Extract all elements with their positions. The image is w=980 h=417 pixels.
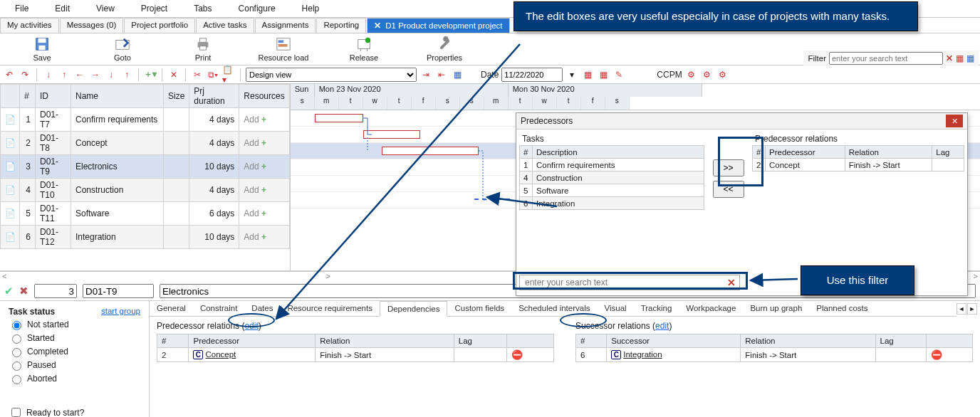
col-index[interactable]: # (20, 85, 36, 108)
arrow-down-icon[interactable]: ↓ (42, 68, 55, 81)
dialog-close-button[interactable]: ✕ (946, 115, 963, 127)
menu-project[interactable]: Project (137, 2, 172, 15)
menu-help[interactable]: Help (298, 2, 324, 15)
date-picker-icon[interactable]: ▾ (565, 68, 578, 81)
menu-tabs[interactable]: Tabs (189, 2, 216, 15)
tab-reporting[interactable]: Reporting (316, 18, 366, 33)
view-opt2-icon[interactable]: ⇤ (435, 68, 448, 81)
undo-icon[interactable]: ↶ (3, 68, 16, 81)
tab-active-tasks[interactable]: Active tasks (196, 18, 254, 33)
close-icon[interactable]: ✕ (374, 21, 381, 31)
add-relation-button[interactable]: >> (713, 159, 744, 176)
reject-icon[interactable]: ✖ (19, 285, 28, 297)
col-resources[interactable]: Resources (239, 85, 289, 108)
task-row-selected[interactable]: 📄 3D01-T9Electronics10 daysAdd + (1, 155, 290, 179)
cut-icon[interactable]: ✂ (191, 68, 204, 81)
remove-relation-button[interactable]: << (713, 181, 744, 198)
task-list-item[interactable]: 1Confirm requirements (520, 159, 704, 171)
add-icon[interactable]: ＋▾ (144, 68, 157, 81)
ccpm-opt2-icon[interactable]: ⚙ (701, 68, 714, 81)
save-button[interactable]: Save (14, 36, 70, 62)
cal1-icon[interactable]: ▦ (581, 68, 594, 81)
task-list-item[interactable]: 4Construction (520, 171, 704, 184)
ccpm-opt1-icon[interactable]: ⚙ (685, 68, 698, 81)
pred-row[interactable]: 2 CConcept Finish -> Start ⛔ (157, 348, 554, 362)
dialog-search-clear-icon[interactable]: ✕ (727, 277, 736, 288)
tab-my-activities[interactable]: My activities (0, 18, 59, 33)
task-row[interactable]: 📄 4D01-T10Construction4 daysAdd + (1, 179, 290, 202)
task-row[interactable]: 📄 6D01-T12Integration10 daysAdd + (1, 226, 290, 249)
view-select[interactable]: Design view (246, 68, 417, 82)
status-not-started[interactable]: Not started (9, 319, 140, 330)
arrow-down2-icon[interactable]: ↓ (105, 68, 118, 81)
succ-edit-link[interactable]: edit (655, 321, 669, 331)
tab-resreq[interactable]: Resource requirements (280, 301, 380, 316)
paste-icon[interactable]: 📋▾ (222, 68, 235, 81)
view-opt3-icon[interactable]: ▦ (451, 68, 464, 81)
tab-assignments[interactable]: Assignments (255, 18, 316, 33)
properties-button[interactable]: Properties (417, 36, 472, 62)
delete-icon[interactable]: ⛔ (511, 349, 523, 360)
task-list-item[interactable]: 6Integration (520, 197, 704, 210)
tab-project[interactable]: ✕ D1 Product development project (367, 18, 509, 33)
delete-icon[interactable]: ✕ (167, 68, 180, 81)
redo-icon[interactable]: ↷ (19, 68, 31, 81)
edit-icon[interactable]: ✎ (612, 68, 625, 81)
release-button[interactable]: Release (336, 36, 392, 62)
goto-button[interactable]: Goto (95, 36, 150, 62)
copy-icon[interactable]: ⧉▾ (207, 68, 219, 81)
arrow-right-icon[interactable]: → (89, 68, 102, 81)
task-row[interactable]: 📄 2D01-T8Concept4 daysAdd + (1, 132, 290, 155)
tab-custom[interactable]: Custom fields (447, 301, 511, 316)
detail-index-input[interactable] (34, 284, 77, 298)
status-paused[interactable]: Paused (9, 359, 140, 371)
task-row[interactable]: 📄 1D01-T7Confirm requirements4 daysAdd + (1, 108, 290, 132)
tab-constraint[interactable]: Constraint (193, 301, 244, 316)
cal2-icon[interactable]: ▦ (597, 68, 610, 81)
col-id[interactable]: ID (36, 85, 71, 108)
task-list-item[interactable]: 5Software (520, 184, 704, 197)
filter-options-icon[interactable]: ▦ (956, 53, 964, 63)
resource-load-button[interactable]: Resource load (256, 36, 311, 62)
col-name[interactable]: Name (71, 85, 164, 108)
menu-edit[interactable]: Edit (51, 2, 74, 15)
filter-input[interactable] (829, 52, 943, 65)
tab-messages[interactable]: Messages (0) (60, 18, 124, 33)
detail-code-input[interactable] (83, 284, 154, 298)
menu-view[interactable]: View (92, 2, 119, 15)
tabs-scroll-right[interactable]: ► (967, 303, 977, 315)
tab-burnup[interactable]: Burn up graph (743, 301, 809, 316)
tab-general[interactable]: General (150, 301, 193, 316)
menu-configure[interactable]: Configure (234, 2, 280, 15)
status-started[interactable]: Started (9, 332, 140, 344)
delete-icon[interactable]: ⛔ (931, 349, 942, 360)
tab-workpackage[interactable]: Workpackage (679, 301, 743, 316)
date-input[interactable] (501, 68, 563, 82)
view-opt1-icon[interactable]: ⇥ (419, 68, 432, 81)
col-duration[interactable]: Prj duration (189, 85, 239, 108)
tabs-scroll-left[interactable]: ◄ (956, 303, 966, 315)
print-button[interactable]: Print (175, 36, 231, 62)
start-group-link[interactable]: start group (101, 307, 140, 315)
tab-dependencies[interactable]: Dependencies (380, 301, 448, 317)
filter-clear-icon[interactable]: ✕ (946, 53, 953, 63)
task-row[interactable]: 📄 5D01-T11Software6 daysAdd + (1, 202, 290, 226)
filter-save-icon[interactable]: ▦ (966, 53, 974, 63)
ccpm-opt3-icon[interactable]: ⚙ (716, 68, 729, 81)
pred-edit-link[interactable]: edit (244, 321, 258, 331)
tab-planned-costs[interactable]: Planned costs (809, 301, 875, 316)
arrow-up-icon[interactable]: ↑ (58, 68, 71, 81)
dialog-search-input[interactable] (523, 277, 727, 288)
accept-icon[interactable]: ✔ (4, 285, 14, 297)
tab-tracking[interactable]: Tracking (634, 301, 679, 316)
arrow-left-icon[interactable]: ← (73, 68, 86, 81)
tab-visual[interactable]: Visual (598, 301, 634, 316)
status-aborted[interactable]: Aborted (9, 373, 140, 384)
tab-scheduled[interactable]: Scheduled intervals (511, 301, 597, 316)
tab-portfolio[interactable]: Project portfolio (124, 18, 195, 33)
col-size[interactable]: Size (164, 85, 189, 108)
menu-file[interactable]: File (11, 2, 33, 15)
relation-row[interactable]: 2ConceptFinish -> Start (753, 159, 964, 171)
arrow-up2-icon[interactable]: ↑ (120, 68, 133, 81)
tab-dates[interactable]: Dates (244, 301, 280, 316)
